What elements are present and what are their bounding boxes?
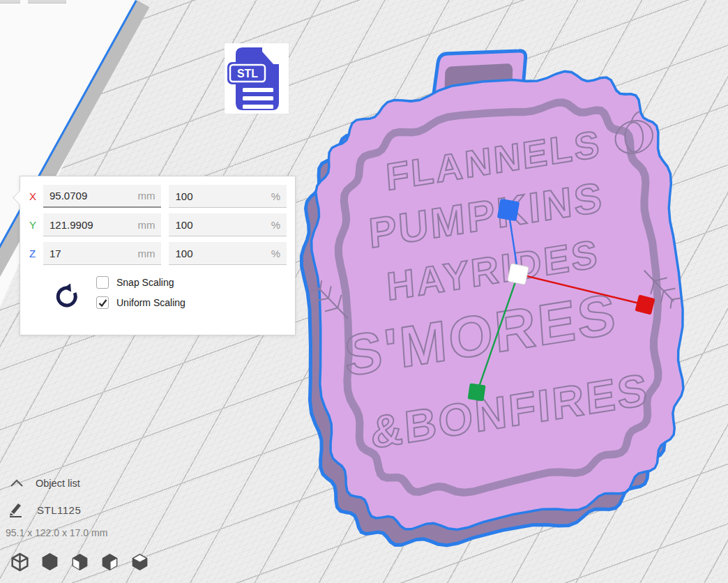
cube-left-icon bbox=[69, 551, 91, 573]
scale-x-percent-input[interactable]: 100 % bbox=[169, 185, 287, 208]
scale-z-percent-input[interactable]: 100 % bbox=[169, 242, 287, 265]
stl-file-icon: STL bbox=[225, 43, 289, 114]
cube-3d-icon bbox=[9, 551, 31, 573]
scale-handle-y[interactable] bbox=[468, 383, 486, 401]
uniform-scaling-checkbox[interactable] bbox=[96, 296, 109, 309]
object-list-label: Object list bbox=[36, 478, 80, 489]
scale-handle-z[interactable] bbox=[497, 199, 520, 221]
cube-right-icon bbox=[99, 551, 121, 573]
uniform-scaling-label: Uniform Scaling bbox=[116, 297, 185, 308]
uniform-scaling-row: Uniform Scaling bbox=[96, 296, 185, 309]
reset-arrow-icon bbox=[52, 282, 79, 310]
view-3d-button[interactable] bbox=[9, 551, 31, 573]
snap-scaling-label: Snap Scaling bbox=[116, 277, 174, 288]
reset-scale-button[interactable] bbox=[50, 282, 81, 312]
pencil-icon bbox=[8, 502, 25, 517]
view-top-button[interactable] bbox=[129, 551, 151, 573]
snap-scaling-checkbox[interactable] bbox=[96, 276, 109, 289]
scale-row-y: Y 121.9909 mm 100 % bbox=[29, 213, 287, 236]
scale-tool-panel: X 95.0709 mm 100 % Y 121.9909 mm 100 % Z… bbox=[20, 176, 296, 335]
view-left-button[interactable] bbox=[69, 551, 91, 573]
scale-z-mm-input[interactable]: 17 mm bbox=[43, 242, 161, 265]
top-toolbar-edge bbox=[28, 0, 66, 3]
scale-row-z: Z 17 mm 100 % bbox=[29, 242, 287, 265]
stl-badge-label: STL bbox=[237, 68, 258, 80]
scale-row-x: X 95.0709 mm 100 % bbox=[29, 185, 287, 208]
camera-view-toolbar bbox=[9, 551, 151, 573]
snap-scaling-row: Snap Scaling bbox=[96, 276, 185, 289]
axis-label-y: Y bbox=[29, 219, 41, 231]
cube-top-icon bbox=[129, 551, 151, 573]
scale-y-mm-input[interactable]: 121.9909 mm bbox=[43, 213, 161, 236]
top-toolbar-edge bbox=[0, 0, 20, 3]
cube-front-icon bbox=[39, 551, 61, 573]
chevron-up-icon bbox=[10, 479, 24, 487]
view-right-button[interactable] bbox=[99, 551, 121, 573]
object-list-toggle[interactable]: Object list bbox=[10, 478, 80, 489]
scale-handle-center[interactable] bbox=[508, 264, 529, 285]
axis-label-z: Z bbox=[29, 248, 41, 259]
axis-label-x: X bbox=[29, 190, 41, 202]
scale-y-percent-input[interactable]: 100 % bbox=[169, 213, 287, 236]
scale-x-mm-input[interactable]: 95.0709 mm bbox=[43, 185, 161, 208]
checkmark-icon bbox=[98, 298, 107, 308]
object-list-item[interactable]: STL1125 bbox=[8, 502, 81, 517]
view-front-button[interactable] bbox=[39, 551, 61, 573]
object-name: STL1125 bbox=[37, 504, 81, 516]
model-dimensions-label: 95.1 x 122.0 x 17.0 mm bbox=[6, 527, 107, 538]
